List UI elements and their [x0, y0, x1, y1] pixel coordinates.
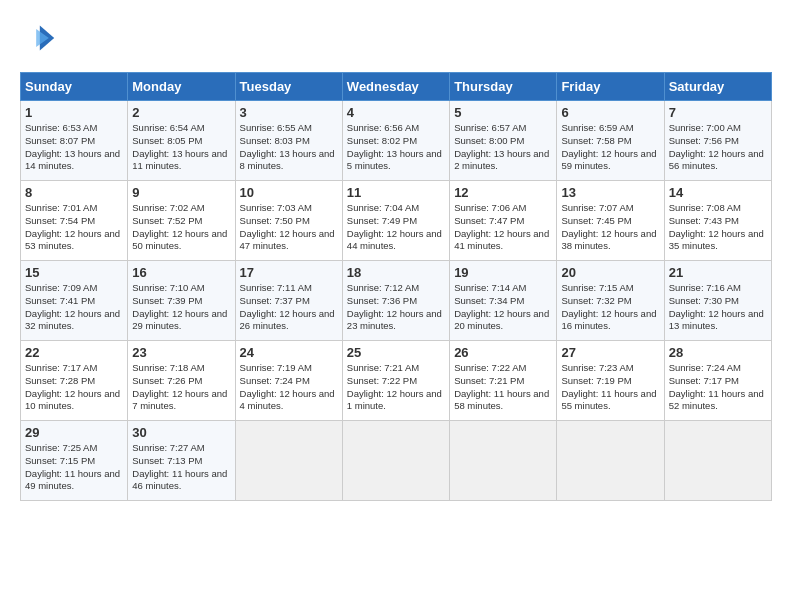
- day-number: 17: [240, 265, 338, 280]
- weekday-header-row: SundayMondayTuesdayWednesdayThursdayFrid…: [21, 73, 772, 101]
- calendar-day-cell: 10Sunrise: 7:03 AMSunset: 7:50 PMDayligh…: [235, 181, 342, 261]
- calendar-week-row: 15Sunrise: 7:09 AMSunset: 7:41 PMDayligh…: [21, 261, 772, 341]
- day-number: 5: [454, 105, 552, 120]
- day-number: 1: [25, 105, 123, 120]
- day-info: Sunrise: 7:04 AMSunset: 7:49 PMDaylight:…: [347, 202, 445, 253]
- day-number: 22: [25, 345, 123, 360]
- calendar-day-cell: 5Sunrise: 6:57 AMSunset: 8:00 PMDaylight…: [450, 101, 557, 181]
- day-info: Sunrise: 7:15 AMSunset: 7:32 PMDaylight:…: [561, 282, 659, 333]
- day-number: 18: [347, 265, 445, 280]
- day-info: Sunrise: 7:11 AMSunset: 7:37 PMDaylight:…: [240, 282, 338, 333]
- calendar-day-cell: 4Sunrise: 6:56 AMSunset: 8:02 PMDaylight…: [342, 101, 449, 181]
- day-number: 14: [669, 185, 767, 200]
- calendar-day-cell: [450, 421, 557, 501]
- calendar-day-cell: 28Sunrise: 7:24 AMSunset: 7:17 PMDayligh…: [664, 341, 771, 421]
- day-info: Sunrise: 7:03 AMSunset: 7:50 PMDaylight:…: [240, 202, 338, 253]
- day-info: Sunrise: 6:53 AMSunset: 8:07 PMDaylight:…: [25, 122, 123, 173]
- day-number: 29: [25, 425, 123, 440]
- weekday-header-monday: Monday: [128, 73, 235, 101]
- day-number: 7: [669, 105, 767, 120]
- day-info: Sunrise: 7:01 AMSunset: 7:54 PMDaylight:…: [25, 202, 123, 253]
- calendar-day-cell: 11Sunrise: 7:04 AMSunset: 7:49 PMDayligh…: [342, 181, 449, 261]
- day-info: Sunrise: 7:09 AMSunset: 7:41 PMDaylight:…: [25, 282, 123, 333]
- day-info: Sunrise: 7:00 AMSunset: 7:56 PMDaylight:…: [669, 122, 767, 173]
- day-info: Sunrise: 7:06 AMSunset: 7:47 PMDaylight:…: [454, 202, 552, 253]
- day-number: 3: [240, 105, 338, 120]
- day-number: 23: [132, 345, 230, 360]
- weekday-header-thursday: Thursday: [450, 73, 557, 101]
- day-info: Sunrise: 7:27 AMSunset: 7:13 PMDaylight:…: [132, 442, 230, 493]
- weekday-header-tuesday: Tuesday: [235, 73, 342, 101]
- day-info: Sunrise: 6:56 AMSunset: 8:02 PMDaylight:…: [347, 122, 445, 173]
- day-number: 24: [240, 345, 338, 360]
- calendar-day-cell: 25Sunrise: 7:21 AMSunset: 7:22 PMDayligh…: [342, 341, 449, 421]
- day-info: Sunrise: 7:07 AMSunset: 7:45 PMDaylight:…: [561, 202, 659, 253]
- calendar-week-row: 8Sunrise: 7:01 AMSunset: 7:54 PMDaylight…: [21, 181, 772, 261]
- day-info: Sunrise: 7:22 AMSunset: 7:21 PMDaylight:…: [454, 362, 552, 413]
- logo: [20, 20, 62, 56]
- calendar-day-cell: 7Sunrise: 7:00 AMSunset: 7:56 PMDaylight…: [664, 101, 771, 181]
- calendar-day-cell: 17Sunrise: 7:11 AMSunset: 7:37 PMDayligh…: [235, 261, 342, 341]
- day-info: Sunrise: 7:14 AMSunset: 7:34 PMDaylight:…: [454, 282, 552, 333]
- day-info: Sunrise: 7:25 AMSunset: 7:15 PMDaylight:…: [25, 442, 123, 493]
- calendar-day-cell: 8Sunrise: 7:01 AMSunset: 7:54 PMDaylight…: [21, 181, 128, 261]
- calendar-day-cell: 27Sunrise: 7:23 AMSunset: 7:19 PMDayligh…: [557, 341, 664, 421]
- day-info: Sunrise: 7:16 AMSunset: 7:30 PMDaylight:…: [669, 282, 767, 333]
- day-number: 16: [132, 265, 230, 280]
- logo-icon: [20, 20, 56, 56]
- calendar-day-cell: 18Sunrise: 7:12 AMSunset: 7:36 PMDayligh…: [342, 261, 449, 341]
- day-number: 21: [669, 265, 767, 280]
- calendar-day-cell: 12Sunrise: 7:06 AMSunset: 7:47 PMDayligh…: [450, 181, 557, 261]
- calendar-day-cell: 21Sunrise: 7:16 AMSunset: 7:30 PMDayligh…: [664, 261, 771, 341]
- day-number: 10: [240, 185, 338, 200]
- calendar-day-cell: 24Sunrise: 7:19 AMSunset: 7:24 PMDayligh…: [235, 341, 342, 421]
- day-number: 25: [347, 345, 445, 360]
- calendar-day-cell: 22Sunrise: 7:17 AMSunset: 7:28 PMDayligh…: [21, 341, 128, 421]
- day-info: Sunrise: 7:12 AMSunset: 7:36 PMDaylight:…: [347, 282, 445, 333]
- calendar-day-cell: 23Sunrise: 7:18 AMSunset: 7:26 PMDayligh…: [128, 341, 235, 421]
- day-info: Sunrise: 7:23 AMSunset: 7:19 PMDaylight:…: [561, 362, 659, 413]
- day-number: 8: [25, 185, 123, 200]
- day-number: 13: [561, 185, 659, 200]
- day-info: Sunrise: 7:08 AMSunset: 7:43 PMDaylight:…: [669, 202, 767, 253]
- day-number: 12: [454, 185, 552, 200]
- weekday-header-wednesday: Wednesday: [342, 73, 449, 101]
- calendar-day-cell: 19Sunrise: 7:14 AMSunset: 7:34 PMDayligh…: [450, 261, 557, 341]
- day-info: Sunrise: 7:21 AMSunset: 7:22 PMDaylight:…: [347, 362, 445, 413]
- calendar-day-cell: 9Sunrise: 7:02 AMSunset: 7:52 PMDaylight…: [128, 181, 235, 261]
- day-info: Sunrise: 7:02 AMSunset: 7:52 PMDaylight:…: [132, 202, 230, 253]
- calendar-day-cell: 3Sunrise: 6:55 AMSunset: 8:03 PMDaylight…: [235, 101, 342, 181]
- weekday-header-friday: Friday: [557, 73, 664, 101]
- day-info: Sunrise: 7:17 AMSunset: 7:28 PMDaylight:…: [25, 362, 123, 413]
- calendar-day-cell: [664, 421, 771, 501]
- calendar-table: SundayMondayTuesdayWednesdayThursdayFrid…: [20, 72, 772, 501]
- day-number: 15: [25, 265, 123, 280]
- day-info: Sunrise: 7:10 AMSunset: 7:39 PMDaylight:…: [132, 282, 230, 333]
- weekday-header-sunday: Sunday: [21, 73, 128, 101]
- day-number: 19: [454, 265, 552, 280]
- calendar-day-cell: 15Sunrise: 7:09 AMSunset: 7:41 PMDayligh…: [21, 261, 128, 341]
- weekday-header-saturday: Saturday: [664, 73, 771, 101]
- calendar-day-cell: 29Sunrise: 7:25 AMSunset: 7:15 PMDayligh…: [21, 421, 128, 501]
- calendar-day-cell: 16Sunrise: 7:10 AMSunset: 7:39 PMDayligh…: [128, 261, 235, 341]
- day-info: Sunrise: 6:55 AMSunset: 8:03 PMDaylight:…: [240, 122, 338, 173]
- day-number: 11: [347, 185, 445, 200]
- calendar-day-cell: 6Sunrise: 6:59 AMSunset: 7:58 PMDaylight…: [557, 101, 664, 181]
- day-number: 26: [454, 345, 552, 360]
- day-number: 20: [561, 265, 659, 280]
- day-number: 9: [132, 185, 230, 200]
- calendar-day-cell: 13Sunrise: 7:07 AMSunset: 7:45 PMDayligh…: [557, 181, 664, 261]
- calendar-week-row: 29Sunrise: 7:25 AMSunset: 7:15 PMDayligh…: [21, 421, 772, 501]
- calendar-day-cell: 26Sunrise: 7:22 AMSunset: 7:21 PMDayligh…: [450, 341, 557, 421]
- calendar-day-cell: [235, 421, 342, 501]
- calendar-day-cell: 14Sunrise: 7:08 AMSunset: 7:43 PMDayligh…: [664, 181, 771, 261]
- day-info: Sunrise: 7:24 AMSunset: 7:17 PMDaylight:…: [669, 362, 767, 413]
- day-info: Sunrise: 6:54 AMSunset: 8:05 PMDaylight:…: [132, 122, 230, 173]
- calendar-day-cell: [557, 421, 664, 501]
- calendar-day-cell: 1Sunrise: 6:53 AMSunset: 8:07 PMDaylight…: [21, 101, 128, 181]
- day-info: Sunrise: 7:18 AMSunset: 7:26 PMDaylight:…: [132, 362, 230, 413]
- day-info: Sunrise: 6:59 AMSunset: 7:58 PMDaylight:…: [561, 122, 659, 173]
- day-number: 2: [132, 105, 230, 120]
- day-number: 30: [132, 425, 230, 440]
- page-header: [20, 20, 772, 56]
